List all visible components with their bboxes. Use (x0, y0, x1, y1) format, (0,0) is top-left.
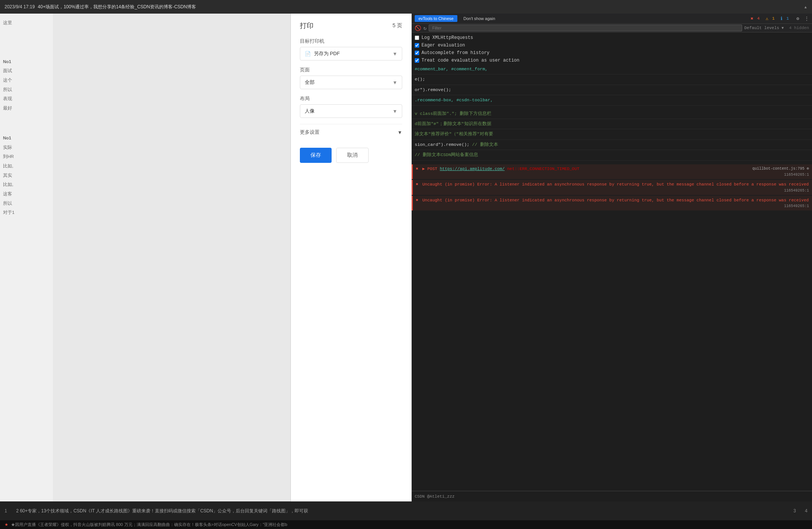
translate-to-chinese-button[interactable]: evTools to Chinese (415, 15, 457, 22)
breaking-icon: ★ (5, 522, 8, 527)
code-block-5: v class前面加"."; 删除下方信息栏 (412, 109, 812, 119)
devtools-console-content: Log XMLHttpRequests Eager evaluation Aut… (412, 32, 812, 491)
print-panel: 打印 5 页 目标打印机 📄 另存为 PDF ▼ 页面 全部 (291, 14, 412, 501)
error-icon-3: ✖ (416, 198, 418, 203)
page-value-text: 全部 (305, 79, 315, 86)
save-button[interactable]: 保存 (300, 148, 332, 163)
code-block-1: #comment_bar, #comment_form, (412, 64, 812, 74)
devtools-filter-icon: 🚫 (415, 25, 421, 31)
more-settings-label: 更多设置 (300, 129, 320, 136)
log-xmlhttp-checkbox[interactable] (415, 36, 419, 40)
code-text-2: sion_card").remove(); (415, 142, 472, 147)
sidebar-item: 最好 (3, 104, 50, 113)
print-title: 打印 (300, 21, 313, 30)
layout-value-text: 人像 (305, 108, 315, 114)
error-block-1: ✖ ▶ POST https://api.amplitude.com/ net:… (412, 164, 812, 179)
error-linenum-2: 116549265:1 (784, 188, 809, 193)
error-icon-1: ✖ (416, 167, 418, 171)
bottom-text: CSDN @Atleti_zzz (415, 494, 455, 499)
more-icon[interactable]: ⋮ (804, 16, 809, 22)
print-field-page: 页面 全部 ▼ (300, 67, 402, 89)
layout-select[interactable]: 人像 ▼ (300, 104, 402, 118)
sidebar-item: 到HR (3, 152, 50, 161)
chevron-down-icon-filter: ▼ (781, 26, 784, 30)
printer-select[interactable]: 📄 另存为 PDF ▼ (300, 47, 402, 60)
devtools-filter-bar: 🚫 ↻ Default levels ▼ 4 hidden (412, 24, 812, 32)
error-linenum-3: 116549265:1 (784, 203, 809, 209)
eager-eval-checkbox[interactable] (415, 43, 419, 48)
autocomplete-checkbox[interactable] (415, 51, 419, 55)
code-text: e(); (415, 77, 425, 82)
autocomplete-label: Autocomplete from history (421, 50, 489, 56)
error-linenum-1: 116549265:1 (784, 172, 809, 178)
more-settings-toggle[interactable]: 更多设置 ▼ (300, 124, 402, 140)
error-text-2: Uncaught (in promise) Error: A listener … (422, 182, 809, 187)
code-block-2: e(); (412, 74, 812, 85)
error-file-1: quillbot-content.js:795 ⊕ (752, 166, 809, 172)
settings-icon[interactable]: ⚙ (797, 16, 799, 22)
sidebar-nav: 这里 No1 面试 这个 所以 表现 最好 No1 实际 到HR 比如, 其实 … (0, 14, 53, 501)
print-field-layout: 布局 人像 ▼ (300, 95, 402, 118)
sidebar-item: 这客 (3, 189, 50, 199)
log-xmlhttp-option: Log XMLHttpRequests (412, 34, 812, 42)
sidebar-item (3, 128, 50, 130)
code-text: or").remove(); (415, 87, 451, 92)
timestamp: 2023/9/4 17:19 (5, 4, 35, 9)
code-comment-3: 涂文本"推荐评价"（"相关推荐"对有要 (415, 131, 493, 136)
devtools-refresh-icon[interactable]: ↻ (423, 25, 426, 31)
printer-label: 目标打印机 (300, 38, 402, 45)
ticker-content: 1 2 60+专家，13个技术领域，CSDN《IT 人才成长路线图》重磅来袭！直… (5, 508, 807, 514)
ticker-item-1: 2 60+专家，13个技术领域，CSDN《IT 人才成长路线图》重磅来袭！直接扫… (16, 508, 784, 514)
code-block-7: 涂文本"推荐评价"（"相关推荐"对有要 (412, 129, 812, 139)
code-text: #comment_bar, #comment_form, (415, 67, 488, 71)
sidebar-item (3, 43, 50, 44)
sidebar-item: 所以 (3, 85, 50, 94)
ticker-num-3: 4 (805, 508, 807, 514)
title-bar-left: 2023/9/4 17:19 40+场面试，100%通过率，我想分享的14条经验… (5, 4, 196, 10)
error-badge: ✖ (750, 16, 753, 22)
error-url-1[interactable]: https://api.amplitude.com/ (440, 167, 505, 171)
sidebar-item: 其实 (3, 171, 50, 180)
error-detail-1: net::ERR_CONNECTION_TIMED_OUT (507, 167, 579, 171)
code-comment-2: d前面加"#"；删除文本"知识所在数据 (415, 121, 491, 126)
error-text-1: ▶ POST https://api.amplitude.com/ net::E… (422, 167, 579, 171)
error-icon-2: ✖ (416, 182, 418, 187)
breaking-news: ★ ★因用户直播《王者荣耀》侵权，抖音火山版被判赔腾讯 800 万元；满满回应高… (0, 520, 812, 529)
print-pages: 5 页 (392, 22, 402, 29)
sidebar-item: No1 (3, 57, 50, 67)
left-panel: 这里 No1 面试 这个 所以 表现 最好 No1 实际 到HR 比如, 其实 … (0, 14, 291, 501)
code-eval-label: Treat code evaluation as user action (421, 58, 519, 63)
page-title: 40+场面试，100%通过率，我想分享的14条经验_CSDN资讯的博客-CSDN… (38, 4, 196, 10)
ticker-num-1: 1 (5, 508, 7, 514)
layout-value: 人像 (305, 108, 315, 114)
error-text-3: Uncaught (in promise) Error: A listener … (422, 198, 809, 203)
console-filter-input[interactable] (429, 25, 742, 31)
eager-eval-option: Eager evaluation (412, 42, 812, 49)
chevron-down-icon: ▼ (392, 51, 397, 57)
code-block-9: // 删除文本CSDN网站备案信息 (412, 150, 812, 160)
layout-label: 布局 (300, 95, 402, 102)
code-eval-checkbox[interactable] (415, 58, 419, 63)
printer-value: 📄 另存为 PDF (305, 50, 340, 57)
printer-value-text: 另存为 PDF (314, 50, 340, 57)
code-eval-option: Treat code evaluation as user action (412, 57, 812, 64)
page-select[interactable]: 全部 ▼ (300, 76, 402, 89)
warning-count: 1 (772, 16, 775, 21)
info-icon: ℹ (781, 16, 783, 22)
error-block-3: ✖ Uncaught (in promise) Error: A listene… (412, 196, 812, 211)
sidebar-item: 实际 (3, 143, 50, 152)
devtools-bottom-bar: CSDN @Atleti_zzz (412, 491, 812, 501)
breaking-text: ★因用户直播《王者荣耀》侵权，抖音火山版被判赔腾讯 800 万元；满满回应高翻曲… (11, 522, 287, 527)
eager-eval-label: Eager evaluation (421, 43, 465, 48)
code-text: .recommend-box, #csdn-toolbar, (415, 97, 493, 102)
sidebar-item: No1 (3, 133, 50, 143)
ticker-num-2: 3 (793, 508, 796, 514)
page-label: 页面 (300, 67, 402, 73)
news-ticker: 1 2 60+专家，13个技术领域，CSDN《IT 人才成长路线图》重磅来袭！直… (0, 501, 812, 520)
sidebar-item: 面试 (3, 66, 50, 76)
cancel-button[interactable]: 取消 (336, 148, 369, 163)
code-block-6: d前面加"#"；删除文本"知识所在数据 (412, 119, 812, 129)
code-block-3: or").remove(); (412, 85, 812, 95)
print-field-printer: 目标打印机 📄 另存为 PDF ▼ (300, 38, 402, 60)
dont-show-again-button[interactable]: Don't show again (460, 15, 498, 22)
